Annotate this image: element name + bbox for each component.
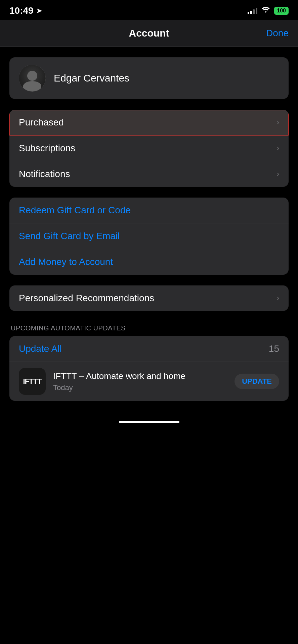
app-name: IFTTT – Automate work and home bbox=[53, 371, 227, 382]
personalized-card[interactable]: Personalized Recommendations › bbox=[9, 285, 289, 311]
location-icon: ➤ bbox=[36, 7, 42, 15]
upcoming-updates-label: UPCOMING AUTOMATIC UPDATES bbox=[9, 324, 289, 332]
ifttt-logo-text: IFTTT bbox=[23, 377, 42, 386]
gift-card-section: Redeem Gift Card or Code Send Gift Card … bbox=[9, 198, 289, 275]
personalized-chevron-icon: › bbox=[277, 294, 279, 303]
content: Edgar Cervantes Purchased › Subscription… bbox=[0, 57, 298, 401]
profile-card[interactable]: Edgar Cervantes bbox=[9, 57, 289, 99]
subscriptions-chevron-icon: › bbox=[277, 144, 279, 153]
menu-card: Purchased › Subscriptions › Notification… bbox=[9, 110, 289, 187]
nav-header: Account Done bbox=[0, 20, 298, 47]
add-money-label: Add Money to Account bbox=[19, 257, 113, 267]
update-all-label[interactable]: Update All bbox=[19, 343, 62, 354]
purchased-chevron-icon: › bbox=[277, 118, 279, 127]
signal-icon bbox=[248, 7, 257, 14]
battery-level: 100 bbox=[277, 8, 286, 13]
send-gift-card-label: Send Gift Card by Email bbox=[19, 231, 120, 241]
notifications-label: Notifications bbox=[19, 169, 70, 179]
menu-section: Purchased › Subscriptions › Notification… bbox=[9, 110, 289, 187]
notifications-menu-item[interactable]: Notifications › bbox=[9, 161, 289, 187]
update-all-row[interactable]: Update All 15 bbox=[9, 336, 289, 362]
update-count: 15 bbox=[269, 343, 279, 354]
profile-name: Edgar Cervantes bbox=[54, 72, 129, 84]
redeem-gift-card-label: Redeem Gift Card or Code bbox=[19, 205, 131, 216]
avatar bbox=[19, 65, 46, 92]
home-bar bbox=[119, 421, 179, 423]
gift-card-card: Redeem Gift Card or Code Send Gift Card … bbox=[9, 198, 289, 275]
page-title: Account bbox=[129, 28, 169, 39]
notifications-chevron-icon: › bbox=[277, 170, 279, 178]
personalized-section: Personalized Recommendations › bbox=[9, 285, 289, 311]
time-display: 10:49 bbox=[9, 5, 34, 16]
updates-card: Update All 15 IFTTT IFTTT – Automate wor… bbox=[9, 336, 289, 401]
purchased-label: Purchased bbox=[19, 117, 64, 128]
personalized-recommendations-item[interactable]: Personalized Recommendations › bbox=[9, 285, 289, 311]
wifi-icon bbox=[261, 6, 270, 15]
ifttt-app-icon: IFTTT bbox=[19, 368, 46, 395]
home-indicator bbox=[0, 414, 298, 428]
avatar-image bbox=[19, 65, 46, 92]
app-date: Today bbox=[53, 383, 227, 392]
update-button[interactable]: UPDATE bbox=[235, 374, 279, 389]
add-money-item[interactable]: Add Money to Account bbox=[9, 249, 289, 275]
subscriptions-menu-item[interactable]: Subscriptions › bbox=[9, 136, 289, 161]
app-info: IFTTT – Automate work and home Today bbox=[53, 371, 227, 392]
battery-indicator: 100 bbox=[274, 7, 289, 15]
done-button[interactable]: Done bbox=[266, 28, 289, 39]
send-gift-card-item[interactable]: Send Gift Card by Email bbox=[9, 223, 289, 249]
upcoming-updates-section: UPCOMING AUTOMATIC UPDATES Update All 15… bbox=[9, 324, 289, 401]
subscriptions-label: Subscriptions bbox=[19, 143, 75, 154]
redeem-gift-card-item[interactable]: Redeem Gift Card or Code bbox=[9, 198, 289, 223]
purchased-menu-item[interactable]: Purchased › bbox=[9, 110, 289, 136]
status-time: 10:49 ➤ bbox=[9, 5, 42, 16]
status-right-icons: 100 bbox=[248, 6, 289, 15]
status-bar: 10:49 ➤ 100 bbox=[0, 0, 298, 20]
profile-section: Edgar Cervantes bbox=[9, 57, 289, 99]
personalized-label: Personalized Recommendations bbox=[19, 293, 154, 304]
ifttt-update-row: IFTTT IFTTT – Automate work and home Tod… bbox=[9, 362, 289, 401]
